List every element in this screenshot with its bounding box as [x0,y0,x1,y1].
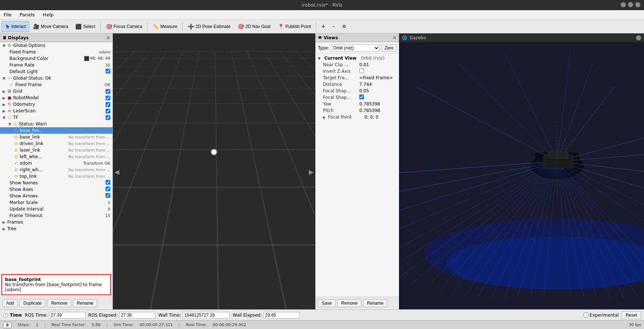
add-toolbar-button[interactable]: ✛ [318,21,328,32]
odometry-expand[interactable]: ▶ [1,103,7,107]
settings-toolbar-button[interactable]: ⚙ [339,21,349,32]
base-foo-row[interactable]: ⊙ base_foo... No transform from ... [0,127,112,134]
odom-row[interactable]: ✓ odom Transform OK [0,160,112,166]
default-light-checkbox[interactable] [106,69,110,73]
grid-row[interactable]: ▶ ⊞ Grid [0,88,112,95]
tf-status-expand[interactable]: ▼ [7,122,12,126]
focal-shape1-row[interactable]: Focal Shap… 0.05 [316,88,399,94]
gazebo-viewport[interactable] [399,42,644,309]
fixed-frame-row[interactable]: Fixed Frame odom [0,49,112,55]
reset-button[interactable]: Reset [622,311,641,319]
odometry-row[interactable]: ▶ ↻ Odometry [0,101,112,108]
update-interval-row[interactable]: Update Interval 0 [0,206,112,212]
yaw-row[interactable]: Yaw 0.785398 [316,101,399,107]
left-wheel-row[interactable]: ⊙ left_whe... No transform from ... [0,153,112,160]
duplicate-button[interactable]: Duplicate [19,299,46,307]
pose-estimate-button[interactable]: ➕ 2D Pose Estimate [185,21,234,32]
target-frame-row[interactable]: Target Fra… <Fixed Frame> [316,75,399,81]
nav-goal-button[interactable]: 🎯 2D Nav Goal [234,21,274,32]
show-arrows-row[interactable]: Show Arrows [0,193,112,199]
focal-point-row[interactable]: ▶ Focal Point 0; 0; 0 [316,114,399,120]
base-link-row[interactable]: ⊙ base_link No transform from ... [0,134,112,140]
frames-expand[interactable]: ▶ [1,220,7,224]
odometry-checkbox[interactable] [106,102,110,107]
views-rename-button[interactable]: Rename [363,299,387,307]
right-wheel-row[interactable]: ⊙ right_wh... No transform from ... [0,166,112,173]
show-axes-checkbox[interactable] [106,186,110,191]
frame-rate-row[interactable]: Frame Rate 30 [0,62,112,68]
menu-help[interactable]: Help [42,11,55,18]
frames-row[interactable]: ▶ Frames [0,219,112,225]
show-names-checkbox[interactable] [106,180,110,185]
global-options-expand[interactable]: ▼ [1,44,7,48]
laser-checkbox[interactable] [106,109,110,113]
interact-button[interactable]: 🖱 Interact [1,21,29,32]
default-light-row[interactable]: Default Light [0,68,112,75]
views-save-button[interactable]: Save [318,299,336,307]
maximize-button[interactable] [635,2,640,7]
tree-row[interactable]: ▶ Tree [0,225,112,232]
cv-expand[interactable]: ▼ [318,56,323,60]
ros-elapsed-input[interactable] [119,312,155,318]
measure-button[interactable]: 📏 Measure [149,21,181,32]
show-axes-row[interactable]: Show Axes [0,186,112,193]
tf-status-row[interactable]: ▼ ⚠ Status: Warn [0,121,112,127]
menu-file[interactable]: File [2,11,13,18]
show-arrows-checkbox[interactable] [106,193,110,198]
invert-z-row[interactable]: Invert Z Axis [316,68,399,75]
grid-checkbox[interactable] [106,89,110,94]
gazebo-close[interactable] [636,35,641,40]
near-clip-row[interactable]: Near Clip … 0.01 [316,61,399,68]
views-close-button[interactable]: ✕ [392,35,397,41]
views-remove-button[interactable]: Remove [337,299,361,307]
robot-checkbox[interactable] [106,96,110,100]
close-button[interactable] [621,2,626,7]
displays-scroll[interactable]: ▼ ⚙ Global Options Fixed Frame odom Back… [0,42,112,273]
publish-point-button[interactable]: 📍 Publish Point [274,21,314,32]
focus-camera-button[interactable]: 🎯 Focus Camera [103,21,146,32]
invert-z-checkbox[interactable] [359,68,364,73]
global-status-row[interactable]: ▼ ✓ Global Status: Ok [0,75,112,81]
add-button[interactable]: Add [2,299,18,307]
select-button[interactable]: ⬛ Select [72,21,98,32]
menu-panels[interactable]: Panels [18,11,36,18]
pitch-row[interactable]: Pitch 0.785398 [316,107,399,114]
robot-model-row[interactable]: ▶ ● RobotModel [0,95,112,101]
views-type-select[interactable]: Orbit (rviz) [331,44,380,52]
move-camera-button[interactable]: 🎥 Move Camera [30,21,71,32]
wall-time-input[interactable] [182,312,230,318]
remove-toolbar-button[interactable]: − [329,21,338,32]
global-options-row[interactable]: ▼ ⚙ Global Options [0,42,112,49]
top-link-row[interactable]: ⊙ top_link No transform from ... [0,173,112,180]
tf-row[interactable]: ▼ ⬡ TF [0,114,112,121]
laser-scan-row[interactable]: ▶ ≋ LaserScan [0,108,112,114]
marker-scale-row[interactable]: Marker Scale 1 [0,199,112,206]
views-zero-button[interactable]: Zero [381,44,397,52]
tf-expand[interactable]: ▼ [1,116,7,120]
rename-button[interactable]: Rename [73,299,97,307]
focal-shape2-row[interactable]: Focal Shap… [316,94,399,101]
nav-right-arrow[interactable]: ▶ [309,168,314,175]
focal-point-expand[interactable]: ▶ [323,115,328,119]
show-names-row[interactable]: Show Names [0,180,112,186]
remove-button[interactable]: Remove [47,299,71,307]
minimize-button[interactable] [628,2,633,7]
nav-left-arrow[interactable]: ◀ [114,168,119,175]
tree-expand[interactable]: ▶ [1,227,7,231]
displays-close-button[interactable]: ✕ [106,35,110,41]
focal-shape2-checkbox[interactable] [359,95,364,99]
grid-expand[interactable]: ▶ [1,89,7,93]
wall-elapsed-input[interactable] [263,312,300,318]
viewport[interactable]: ◀ ▶ [113,33,315,309]
driven-link-row[interactable]: ⊙ driven_link No transform from ... [0,140,112,147]
laser-link-row[interactable]: ⊙ laser_link No transform from ... [0,147,112,153]
bg-color-row[interactable]: Background Color 48; 48; 48 [0,55,112,62]
fixed-frame-ok-row[interactable]: ✓ Fixed Frame OK [0,81,112,88]
tf-checkbox[interactable] [106,115,110,120]
experimental-checkbox[interactable] [584,313,588,317]
global-status-expand[interactable]: ▼ [1,76,7,80]
frame-timeout-row[interactable]: Frame Timeout 15 [0,212,112,219]
robot-expand[interactable]: ▶ [1,96,7,100]
laser-expand[interactable]: ▶ [1,109,7,113]
ros-time-input[interactable] [49,312,86,318]
